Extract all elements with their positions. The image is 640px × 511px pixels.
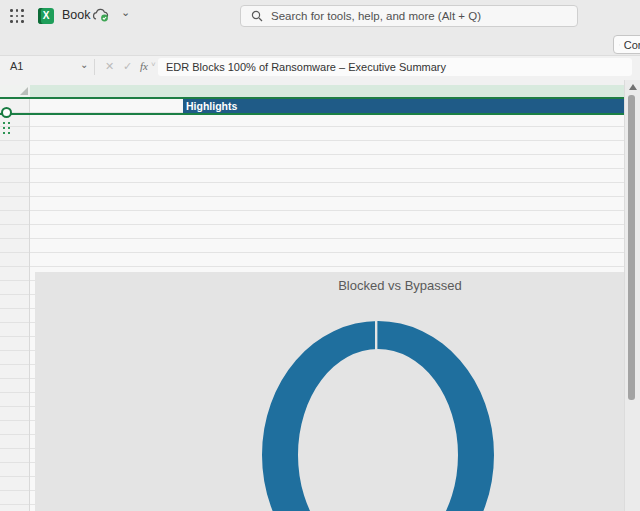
- search-icon: [251, 10, 263, 22]
- donut-series-blocked: [262, 321, 494, 511]
- scrollbar-thumb[interactable]: [628, 95, 635, 400]
- donut-slice-gap: [375, 320, 377, 350]
- name-box[interactable]: A1: [10, 60, 23, 72]
- row-drag-handle-icon[interactable]: [3, 122, 5, 124]
- confirm-entry-icon[interactable]: ✓: [123, 60, 132, 73]
- cloud-saved-icon[interactable]: [92, 8, 110, 26]
- comment-bubble-icon: [619, 39, 620, 51]
- name-box-chevron-icon[interactable]: ⌄: [80, 59, 88, 70]
- doughnut-chart-canvas: [35, 272, 624, 511]
- formula-input[interactable]: EDR Blocks 100% of Ransomware – Executiv…: [158, 58, 632, 76]
- comments-label: Comments: [624, 39, 640, 51]
- search-placeholder: Search for tools, help, and more (Alt + …: [271, 10, 481, 22]
- formula-bar-divider: [94, 59, 95, 75]
- formula-bar: A1 ⌄ ✕ ✓ fx ˅ EDR Blocks 100% of Ransomw…: [0, 56, 640, 85]
- cancel-entry-icon[interactable]: ✕: [105, 60, 114, 73]
- ribbon-menu-bar: Comments: [0, 32, 640, 56]
- insert-row-indicator-line: [0, 113, 624, 115]
- doughnut-chart[interactable]: Blocked vs Bypassed: [35, 272, 624, 511]
- highlights-header-cell[interactable]: Highlights: [183, 99, 624, 113]
- row-headers: [0, 99, 30, 511]
- select-all-corner[interactable]: [0, 85, 30, 99]
- scroll-up-arrow-icon[interactable]: [629, 84, 637, 90]
- title-chevron-down-icon[interactable]: ⌄: [121, 6, 130, 19]
- fx-chevron-icon[interactable]: ˅: [151, 60, 156, 69]
- search-input[interactable]: Search for tools, help, and more (Alt + …: [240, 5, 578, 27]
- chart-title: Blocked vs Bypassed: [250, 278, 550, 293]
- insert-row-button[interactable]: [1, 107, 12, 118]
- excel-logo-icon[interactable]: X: [38, 8, 54, 24]
- vertical-scrollbar[interactable]: [624, 80, 640, 511]
- title-bar: X Book ⌄ Search for tools, help, and mor…: [0, 0, 640, 32]
- comments-button[interactable]: Comments: [613, 35, 640, 54]
- column-headers: [30, 85, 624, 99]
- insert-function-icon[interactable]: fx: [140, 60, 148, 72]
- app-launcher-icon[interactable]: [10, 9, 24, 23]
- workbook-title[interactable]: Book: [62, 8, 91, 22]
